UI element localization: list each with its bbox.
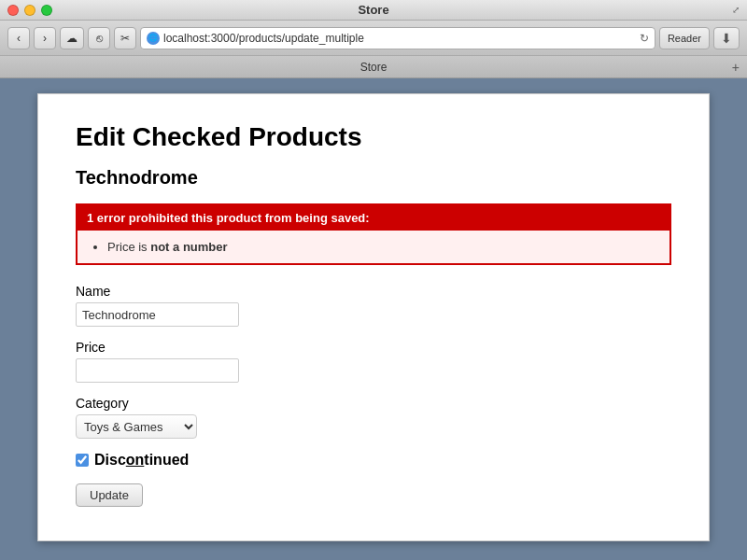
resize-icon: ⤢ [732, 5, 740, 15]
page-title: Edit Checked Products [76, 122, 671, 152]
category-field-group: Category Toys & Games Electronics Books … [76, 396, 671, 439]
name-field-group: Name [76, 284, 671, 327]
url-text: localhost:3000/products/update_multiple [163, 32, 636, 45]
forward-button[interactable]: › [34, 27, 56, 49]
tab-label[interactable]: Store [360, 61, 388, 74]
name-input[interactable] [76, 302, 239, 327]
maximize-button[interactable] [41, 5, 52, 16]
reader-button[interactable]: Reader [659, 27, 710, 49]
price-input[interactable] [76, 358, 239, 383]
cloud-button[interactable]: ☁ [60, 27, 84, 49]
back-button[interactable]: ‹ [7, 27, 30, 49]
download-button[interactable]: ⬇ [713, 27, 740, 49]
page-container: Edit Checked Products Technodrome 1 erro… [37, 93, 710, 541]
discontinued-label[interactable]: Discontinued [94, 452, 189, 469]
minimize-button[interactable] [24, 5, 35, 16]
share-button[interactable]: ⎋ [88, 27, 110, 49]
price-label: Price [76, 340, 671, 355]
discontinued-checkbox[interactable] [76, 454, 89, 467]
error-item: Price is not a number [107, 238, 655, 256]
new-tab-button[interactable]: + [732, 60, 740, 75]
discontinued-group: Discontinued [76, 452, 671, 469]
tab-bar: Store + [0, 56, 747, 78]
close-button[interactable] [7, 5, 19, 16]
browser-content: Edit Checked Products Technodrome 1 erro… [0, 78, 747, 560]
error-box: 1 error prohibited this product from bei… [76, 203, 671, 265]
traffic-lights [7, 5, 52, 16]
globe-icon: 🌐 [147, 32, 160, 45]
name-label: Name [76, 284, 671, 299]
error-header: 1 error prohibited this product from bei… [78, 205, 669, 231]
error-body: Price is not a number [78, 231, 669, 263]
error-list: Price is not a number [92, 238, 655, 256]
browser-toolbar: ‹ › ☁ ⎋ ✂ 🌐 localhost:3000/products/upda… [0, 21, 747, 56]
price-field-group: Price [76, 340, 671, 383]
pin-button[interactable]: ✂ [114, 27, 136, 49]
product-name: Technodrome [76, 167, 671, 189]
address-bar[interactable]: 🌐 localhost:3000/products/update_multipl… [140, 27, 655, 49]
update-button[interactable]: Update [76, 483, 143, 507]
title-bar: Store ⤢ [0, 0, 747, 21]
category-label: Category [76, 396, 671, 411]
refresh-button[interactable]: ↻ [640, 32, 649, 45]
window-title: Store [358, 3, 388, 17]
category-select[interactable]: Toys & Games Electronics Books Clothing [76, 414, 197, 439]
